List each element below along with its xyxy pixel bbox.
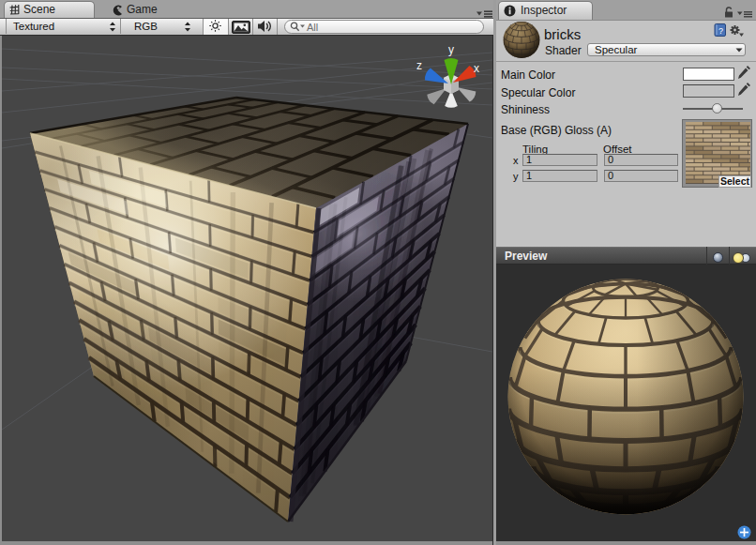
svg-text:z: z	[416, 59, 422, 72]
svg-text:y: y	[448, 43, 454, 56]
svg-text:x: x	[474, 62, 479, 75]
svg-text:?: ?	[718, 26, 723, 36]
